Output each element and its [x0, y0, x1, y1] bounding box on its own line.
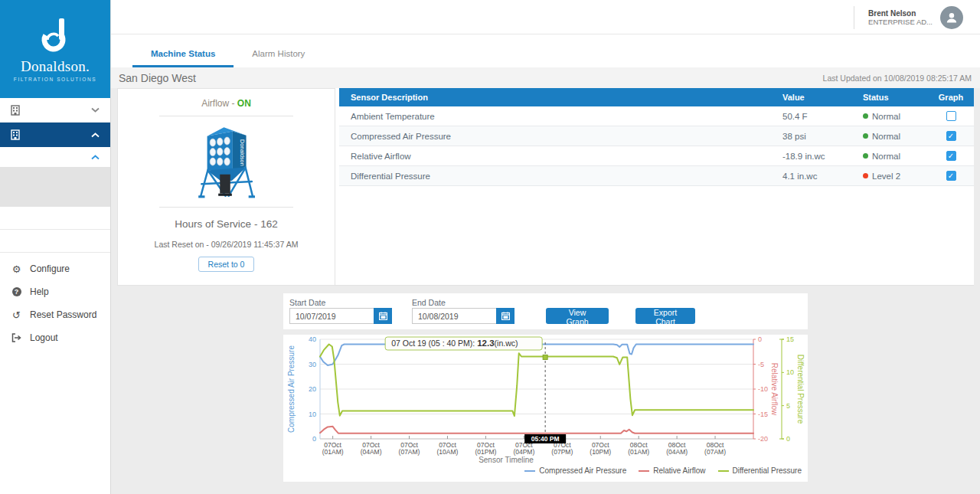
airflow-status-line: Airflow - ON: [201, 98, 251, 109]
status-badge: Level 2: [863, 172, 928, 181]
header-graph: Graph: [928, 93, 974, 102]
status-label: Level 2: [872, 172, 900, 181]
svg-text:(07AM): (07AM): [399, 448, 420, 456]
svg-text:05:40 PM: 05:40 PM: [531, 435, 560, 443]
app-root: Donaldson. FILTRATION SOLUTIONS: [0, 0, 980, 494]
header-sensor-description: Sensor Description: [339, 93, 782, 102]
start-date-calendar-button[interactable]: [374, 308, 392, 324]
svg-text:(01AM): (01AM): [628, 448, 649, 456]
status-dot-icon: [863, 173, 868, 178]
sensor-table: Sensor Description Value Status Graph Am…: [339, 88, 974, 186]
dust-collector-image: Donaldson: [195, 120, 257, 200]
sidebar-item-logout[interactable]: Logout: [0, 326, 110, 349]
legend-dash-icon: [639, 470, 649, 472]
machine-card: Airflow - ON Donaldson: [117, 88, 335, 286]
svg-text:(07AM): (07AM): [704, 448, 726, 456]
graph-cell: ✓: [928, 131, 974, 141]
main-area: Brent Nelson ENTERPRISE AD... Machine St…: [111, 0, 980, 494]
airflow-status-value: ON: [237, 98, 251, 109]
machine-icon: [11, 129, 20, 140]
calendar-icon: [379, 312, 387, 320]
start-date-label: Start Date: [289, 298, 325, 307]
svg-text:(07PM): (07PM): [551, 448, 573, 456]
graph-checkbox[interactable]: ✓: [946, 171, 956, 181]
status-label: Normal: [872, 132, 900, 141]
calendar-icon: [501, 312, 510, 320]
start-date-input[interactable]: [289, 308, 374, 324]
svg-text:(10AM): (10AM): [437, 448, 459, 456]
legend-dash-icon: [718, 470, 729, 472]
legend-label: Compressed Air Pressure: [539, 466, 626, 475]
status-badge: Normal: [863, 152, 928, 161]
sensor-chart[interactable]: 0102030400-5-10-15-20151050Compressed Ai…: [283, 335, 808, 465]
graph-checkbox[interactable]: [946, 111, 956, 121]
status-dot-icon: [863, 113, 868, 119]
table-row: Differential Pressure4.1 in.wcLevel 2✓: [339, 166, 974, 186]
reset-to-zero-button[interactable]: Reset to 0: [198, 257, 255, 272]
sidebar-item-label: Help: [30, 286, 49, 297]
reset-icon: ↺: [11, 310, 22, 320]
sensor-description: Relative Airflow: [339, 152, 782, 161]
sidebar-selected-item[interactable]: [0, 167, 110, 207]
chevron-up-icon: [91, 155, 100, 160]
svg-text:-5: -5: [758, 361, 764, 368]
svg-text:Compressed Air Pressure: Compressed Air Pressure: [287, 345, 296, 433]
svg-text:0: 0: [786, 435, 790, 443]
svg-text:(04AM): (04AM): [666, 448, 688, 456]
page-title: San Diego West: [119, 72, 196, 84]
svg-text:10: 10: [309, 411, 316, 418]
sidebar-item-configure[interactable]: ⚙ Configure: [0, 257, 110, 280]
tab-alarm-history[interactable]: Alarm History: [234, 41, 323, 67]
svg-text:07 Oct 19 (05 : 40 PM): 12.3(i: 07 Oct 19 (05 : 40 PM): 12.3(in.wc): [391, 339, 518, 348]
table-row: Relative Airflow-18.9 in.wcNormal✓: [339, 146, 974, 166]
svg-text:Relative Airflow: Relative Airflow: [770, 363, 779, 416]
legend-item[interactable]: Relative Airflow: [639, 466, 705, 475]
site-bar: San Diego West Last Updated on 10/08/201…: [111, 67, 980, 88]
sensor-value: 38 psi: [782, 132, 863, 141]
sensor-description: Compressed Air Pressure: [339, 132, 782, 141]
logout-icon: [11, 333, 22, 342]
svg-text:0: 0: [312, 435, 316, 443]
user-name: Brent Nelson: [868, 9, 933, 18]
legend-item[interactable]: Differential Pressure: [718, 466, 802, 475]
brand-name: Donaldson.: [21, 58, 90, 75]
brand-logo-block: Donaldson. FILTRATION SOLUTIONS: [0, 0, 110, 98]
legend-item[interactable]: Compressed Air Pressure: [524, 466, 626, 475]
end-date-input[interactable]: [412, 308, 496, 324]
tab-machine-status[interactable]: Machine Status: [132, 41, 234, 67]
svg-text:(01PM): (01PM): [475, 448, 496, 456]
sidebar-nav: ⚙ Configure ? Help ↺ Reset Password Logo…: [0, 257, 110, 349]
sidebar-item-label: Reset Password: [30, 309, 96, 320]
table-row: Compressed Air Pressure38 psiNormal✓: [339, 126, 974, 146]
donaldson-logo-icon: [34, 17, 77, 57]
end-date-calendar-button[interactable]: [496, 308, 514, 324]
end-date-group: [412, 308, 514, 324]
sidebar-group-expanded[interactable]: [0, 123, 110, 147]
view-graph-button[interactable]: View Graph: [546, 308, 609, 324]
tab-bar: Machine Status Alarm History: [111, 34, 980, 67]
svg-text:-20: -20: [758, 435, 768, 443]
top-header: Brent Nelson ENTERPRISE AD...: [111, 0, 980, 34]
header-divider: [854, 6, 854, 29]
svg-text:5: 5: [786, 402, 790, 410]
avatar[interactable]: [940, 6, 963, 29]
sidebar-item-label: Logout: [30, 332, 58, 343]
export-chart-button[interactable]: Export Chart: [635, 308, 695, 324]
graph-cell: [928, 111, 974, 121]
graph-checkbox[interactable]: ✓: [946, 151, 956, 161]
divider: [159, 207, 293, 208]
header-value: Value: [782, 93, 863, 102]
sidebar-item-label: Configure: [30, 263, 70, 274]
svg-text:Differential Pressure: Differential Pressure: [796, 355, 805, 424]
sensor-description: Differential Pressure: [339, 172, 782, 181]
svg-text:Sensor Timeline: Sensor Timeline: [479, 456, 534, 464]
sidebar-item-help[interactable]: ? Help: [0, 280, 110, 303]
sidebar-subgroup-expanded[interactable]: [0, 147, 110, 167]
table-row: Ambient Temperature50.4 FNormal: [339, 106, 974, 126]
graph-checkbox[interactable]: ✓: [946, 131, 956, 141]
sidebar-group-collapsed[interactable]: [0, 98, 110, 123]
user-role: ENTERPRISE AD...: [868, 18, 933, 26]
sidebar-item-reset-password[interactable]: ↺ Reset Password: [0, 303, 110, 326]
sensor-value: 4.1 in.wc: [782, 172, 863, 181]
user-block: Brent Nelson ENTERPRISE AD...: [854, 5, 963, 30]
